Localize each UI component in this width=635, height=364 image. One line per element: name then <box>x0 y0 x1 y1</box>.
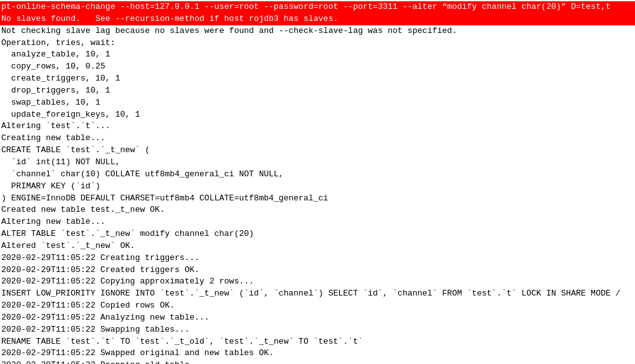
terminal-line-27: 2020-02-29T11:05:22 Analyzing new table.… <box>0 312 635 324</box>
terminal-line-13: CREATE TABLE `test`.`_t_new` ( <box>0 145 635 157</box>
terminal-line-31: 2020-02-29T11:05:22 Dropping old table..… <box>0 360 635 364</box>
terminal-line-18: Created new table test._t_new OK. <box>0 204 635 216</box>
terminal-line-4: Operation, tries, wait: <box>0 37 635 49</box>
terminal-line-16: PRIMARY KEY (`id`) <box>0 181 635 193</box>
terminal-line-24: 2020-02-29T11:05:22 Copying approximatel… <box>0 276 635 288</box>
terminal-line-5: analyze_table, 10, 1 <box>0 49 635 61</box>
terminal-line-17: ) ENGINE=InnoDB DEFAULT CHARSET=utf8mb4 … <box>0 193 635 205</box>
terminal-line-28: 2020-02-29T11:05:22 Swapping tables... <box>0 324 635 336</box>
terminal-line-14: `id` int(11) NOT NULL, <box>0 157 635 169</box>
terminal-line-10: update_foreign_keys, 10, 1 <box>0 109 635 121</box>
terminal-line-6: copy_rows, 10, 0.25 <box>0 61 635 73</box>
terminal-output: pt-online-schema-change --host=127.0.0.1… <box>0 0 635 364</box>
terminal-line-11: Altering `test`.`t`... <box>0 120 635 133</box>
terminal-line-26: 2020-02-29T11:05:22 Copied rows OK. <box>0 300 635 312</box>
terminal-line-9: swap_tables, 10, 1 <box>0 97 635 109</box>
terminal-line-30: 2020-02-29T11:05:22 Swapped original and… <box>0 348 635 360</box>
terminal-line-20: ALTER TABLE `test`.`_t_new` modify chann… <box>0 228 635 240</box>
terminal-line-7: create_triggers, 10, 1 <box>0 73 635 85</box>
terminal-line-23: 2020-02-29T11:05:22 Created triggers OK. <box>0 264 635 276</box>
terminal-line-8: drop_triggers, 10, 1 <box>0 85 635 97</box>
terminal-line-21: Altered `test`.`_t_new` OK. <box>0 240 635 252</box>
terminal-line-29: RENAME TABLE `test`.`t` TO `test`.`_t_ol… <box>0 336 635 348</box>
terminal-line-15: `channel` char(10) COLLATE utf8mb4_gener… <box>0 169 635 181</box>
terminal-line-22: 2020-02-29T11:05:22 Creating triggers... <box>0 252 635 264</box>
terminal-line-19: Altering new table... <box>0 216 635 228</box>
terminal-line-1: pt-online-schema-change --host=127.0.0.1… <box>0 1 635 13</box>
terminal-line-3: Not checking slave lag because no slaves… <box>0 25 635 37</box>
terminal-line-25: INSERT LOW_PRIORITY IGNORE INTO `test`.`… <box>0 288 635 300</box>
terminal-line-12: Creating new table... <box>0 133 635 145</box>
terminal-line-2: No slaves found. See --recursion-method … <box>0 13 635 25</box>
